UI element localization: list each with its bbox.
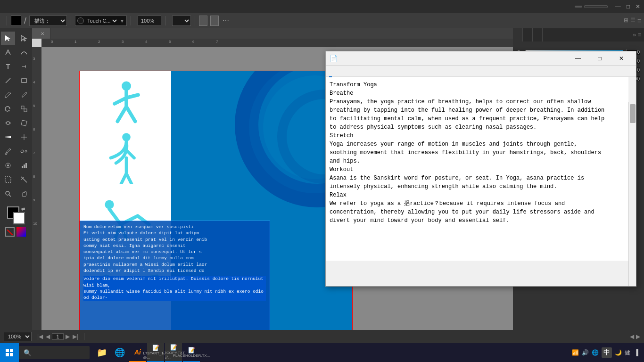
tool-row-12	[0, 187, 32, 201]
artboard-nav-left[interactable]: ◀	[630, 333, 634, 340]
np-menu-format[interactable]	[343, 70, 350, 72]
np-menu-edit[interactable]	[335, 70, 343, 72]
show-desktop-btn[interactable]: ▌	[636, 349, 640, 356]
color-swatches[interactable]: ⇄	[7, 206, 25, 224]
arrange2-icon[interactable]: ☰	[630, 17, 636, 25]
win-minimize-btn[interactable]: —	[567, 51, 589, 66]
menu-text[interactable]	[35, 6, 42, 8]
win-restore-btn[interactable]: □	[589, 51, 611, 66]
np-menu-view[interactable]	[350, 70, 358, 72]
doc-tab[interactable]: ✕	[32, 28, 50, 39]
ruler-v-5: 5	[33, 104, 35, 108]
minimize-btn[interactable]: —	[615, 3, 621, 10]
ie-icon[interactable]: 🌐	[592, 349, 599, 356]
style-select[interactable]	[172, 16, 191, 26]
page-input[interactable]	[52, 333, 64, 340]
menu-edit[interactable]	[18, 6, 25, 8]
menu-view[interactable]	[60, 6, 68, 8]
taskbar-app-edge[interactable]: 🌐	[111, 343, 128, 362]
zoom-select[interactable]: 100%	[4, 332, 32, 341]
ruler-left: 3 4 5 6 7 8 9 10	[32, 47, 41, 339]
notepad3-label: PLACEHOLDER.TX...	[173, 354, 210, 358]
tab-close-btn[interactable]: ✕	[41, 31, 44, 36]
gradient-indicator[interactable]	[17, 227, 26, 237]
select-tool[interactable]	[1, 32, 15, 45]
color-dot-container: Touch C... ▼	[75, 16, 127, 26]
menu-file[interactable]	[9, 6, 17, 8]
taskbar-search-input[interactable]	[19, 346, 90, 359]
preferences-btn[interactable]	[210, 16, 219, 26]
np-menu-file[interactable]	[328, 70, 335, 72]
doc-settings-btn[interactable]	[199, 16, 207, 26]
yoga-figure-1	[93, 80, 159, 127]
tab-color-ref[interactable]	[523, 28, 533, 41]
warp-tool[interactable]	[1, 116, 15, 130]
more-options-icon[interactable]: ⋯	[223, 17, 229, 25]
type-tool[interactable]: T	[1, 60, 15, 73]
stroke-select[interactable]: 描边：	[29, 16, 67, 26]
menu-window[interactable]	[69, 6, 76, 8]
panel-expand-icon[interactable]: »	[633, 32, 636, 38]
stock-search[interactable]	[584, 5, 608, 8]
volume-icon[interactable]: 🔊	[582, 349, 589, 356]
tab-color[interactable]	[513, 28, 523, 41]
start-button[interactable]	[0, 343, 19, 362]
pen-tool[interactable]	[1, 46, 15, 59]
network-icon[interactable]: 📶	[572, 349, 579, 356]
zoom-tool[interactable]	[1, 187, 15, 200]
gradient-tool[interactable]	[1, 131, 15, 144]
free-transform-tool[interactable]	[17, 116, 31, 130]
prev-page-btn[interactable]: ◀	[45, 333, 51, 340]
touch-select[interactable]: Touch C...	[85, 16, 118, 25]
restore-btn[interactable]: □	[627, 3, 630, 10]
menu-select[interactable]	[43, 6, 51, 8]
np-menu-help[interactable]	[358, 70, 365, 72]
last-page-btn[interactable]: ▶|	[72, 333, 79, 340]
artboard-tool[interactable]	[1, 173, 15, 186]
taskbar-app-notepad1[interactable]: 📝 L7START_1.AI @...	[147, 343, 164, 362]
touch-dropdown-icon[interactable]: ▼	[120, 18, 124, 24]
notepad-scrollbar[interactable]	[628, 102, 636, 286]
none-indicator[interactable]	[5, 227, 15, 237]
curvature-tool[interactable]	[17, 46, 31, 59]
graph-tool[interactable]	[17, 159, 31, 172]
win-close-btn[interactable]: ✕	[611, 51, 632, 66]
tab-color-theme[interactable]	[533, 28, 543, 41]
symbol-tool[interactable]	[1, 159, 15, 172]
hand-tool[interactable]	[17, 187, 31, 200]
pencil-tool[interactable]	[1, 88, 15, 101]
menu-object[interactable]	[26, 6, 34, 8]
first-page-btn[interactable]: |◀	[36, 333, 44, 340]
workspace-button[interactable]	[575, 6, 582, 8]
ime-indicator[interactable]: 中	[602, 347, 612, 358]
swap-colors-icon[interactable]: ⇄	[21, 206, 25, 212]
background-color[interactable]	[13, 212, 25, 224]
taskbar-app-notepad3[interactable]: 📝 PLACEHOLDER.TX...	[183, 343, 200, 362]
mesh-tool[interactable]	[17, 131, 31, 144]
menu-effect[interactable]	[52, 6, 59, 8]
close-btn[interactable]: ✕	[636, 3, 640, 10]
arrange-icon[interactable]: ⊞	[624, 17, 628, 25]
artboard-nav-right[interactable]: ▶	[636, 333, 640, 340]
next-page-btn[interactable]: ▶	[65, 333, 71, 340]
type-vertical-tool[interactable]: T	[17, 59, 31, 74]
eyedropper-tool[interactable]	[1, 145, 15, 158]
rect-tool[interactable]	[17, 74, 31, 87]
fill-stroke-icon[interactable]: /	[24, 16, 26, 26]
menu-help[interactable]	[77, 6, 85, 8]
fill-color[interactable]	[11, 16, 21, 26]
hamburger-icon[interactable]: ≡	[637, 17, 641, 25]
taskbar-app-file-explorer[interactable]: 📁	[93, 343, 110, 362]
svg-marker-1	[21, 35, 26, 41]
direct-select-tool[interactable]	[17, 32, 31, 45]
scrollbar-thumb[interactable]	[630, 104, 636, 123]
scale-tool[interactable]	[17, 102, 31, 115]
rotate-tool[interactable]	[1, 102, 15, 115]
opacity-input[interactable]	[138, 16, 161, 26]
notepad-textarea[interactable]: <span style="background:#0066cc;color:wh…	[326, 77, 628, 261]
line-tool[interactable]	[1, 74, 15, 87]
paintbrush-tool[interactable]	[17, 88, 31, 101]
slice-tool[interactable]	[17, 173, 31, 186]
panel-menu-icon[interactable]: ≡	[638, 32, 641, 38]
blend-tool[interactable]	[17, 145, 31, 158]
